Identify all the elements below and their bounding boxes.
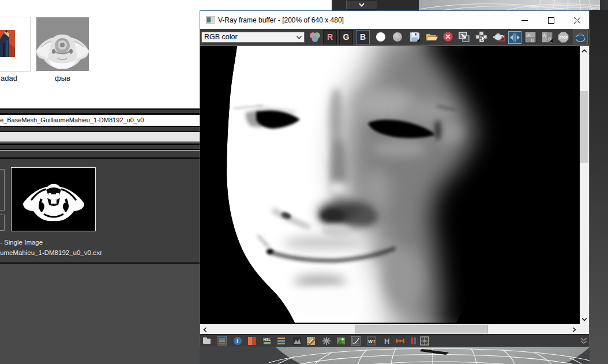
- svg-text:WT: WT: [368, 339, 376, 344]
- svg-text:STOP: STOP: [559, 36, 568, 39]
- svg-text:H: H: [384, 337, 389, 346]
- svg-text:i: i: [237, 338, 238, 344]
- svg-text:A: A: [543, 33, 546, 38]
- svg-text:B: B: [531, 37, 534, 43]
- svg-text:HSL: HSL: [263, 337, 271, 342]
